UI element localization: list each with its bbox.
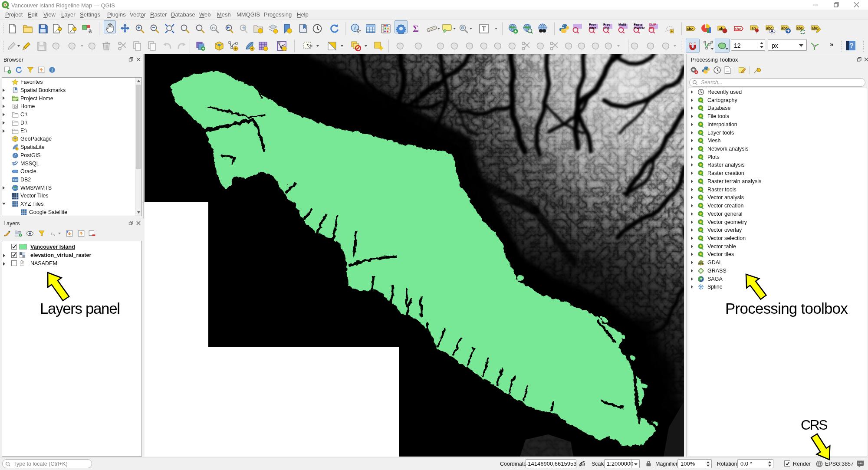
svg-text:i: i [52,68,53,72]
